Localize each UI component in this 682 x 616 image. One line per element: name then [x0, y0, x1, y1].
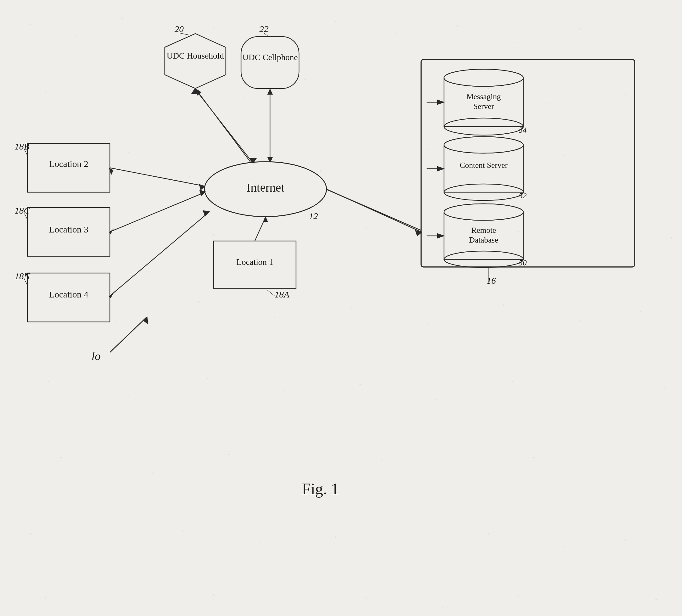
- svg-text:Location 1: Location 1: [236, 257, 273, 267]
- svg-point-45: [427, 323, 428, 324]
- svg-text:22: 22: [259, 24, 269, 34]
- svg-point-49: [48, 381, 49, 382]
- svg-point-75: [45, 597, 46, 599]
- svg-point-30: [656, 173, 657, 175]
- svg-point-66: [30, 533, 31, 534]
- svg-rect-102: [241, 37, 299, 89]
- svg-point-69: [259, 543, 260, 544]
- svg-text:Location 2: Location 2: [49, 159, 88, 169]
- svg-point-59: [152, 473, 153, 474]
- svg-point-61: [305, 466, 306, 467]
- svg-point-82: [595, 605, 596, 606]
- svg-point-24: [188, 176, 190, 178]
- svg-text:Location 3: Location 3: [49, 224, 88, 234]
- svg-point-23: [128, 152, 129, 153]
- svg-point-68: [182, 530, 184, 531]
- svg-point-26: [320, 170, 321, 172]
- svg-point-56: [589, 393, 590, 394]
- svg-point-14: [107, 107, 108, 107]
- svg-point-73: [564, 546, 565, 547]
- svg-point-13: [45, 91, 46, 92]
- svg-point-29: [564, 155, 565, 156]
- svg-point-32: [137, 244, 138, 245]
- svg-point-72: [487, 533, 489, 534]
- svg-point-80: [442, 607, 443, 608]
- svg-text:18C: 18C: [15, 205, 30, 215]
- svg-point-5: [213, 27, 214, 28]
- svg-point-33: [213, 234, 214, 235]
- svg-point-63: [457, 476, 458, 477]
- svg-point-9: [457, 25, 458, 26]
- svg-point-47: [579, 320, 581, 321]
- svg-point-70: [335, 537, 336, 538]
- svg-text:lo: lo: [92, 350, 101, 362]
- svg-text:18A: 18A: [275, 289, 290, 299]
- svg-text:Messaging: Messaging: [467, 92, 501, 101]
- svg-point-78: [290, 604, 291, 605]
- svg-point-43: [274, 317, 275, 318]
- svg-point-12: [640, 38, 641, 39]
- svg-point-15: [182, 85, 184, 86]
- svg-point-50: [128, 396, 129, 397]
- svg-point-7: [335, 21, 336, 22]
- svg-point-79: [366, 597, 367, 599]
- svg-point-65: [610, 470, 611, 471]
- svg-point-44: [350, 307, 351, 309]
- svg-text:Location 4: Location 4: [49, 289, 88, 299]
- svg-text:Server: Server: [473, 102, 494, 111]
- svg-point-54: [436, 400, 437, 400]
- svg-text:Fig. 1: Fig. 1: [302, 480, 339, 498]
- svg-text:20: 20: [175, 24, 184, 34]
- svg-point-41: [116, 320, 117, 321]
- svg-point-16: [244, 97, 245, 98]
- svg-point-36: [442, 241, 443, 242]
- svg-point-19: [487, 88, 489, 89]
- svg-point-74: [625, 540, 626, 541]
- svg-point-10: [519, 42, 519, 43]
- svg-point-81: [518, 596, 519, 597]
- svg-point-46: [503, 304, 504, 306]
- svg-point-1: [30, 24, 31, 25]
- svg-text:Database: Database: [469, 235, 498, 244]
- svg-point-18: [366, 113, 367, 114]
- svg-point-20: [549, 104, 550, 104]
- svg-point-77: [213, 594, 214, 596]
- svg-point-57: [665, 387, 666, 388]
- svg-point-58: [61, 457, 62, 458]
- svg-point-53: [360, 384, 361, 385]
- svg-text:18B: 18B: [15, 141, 29, 151]
- svg-point-11: [579, 28, 581, 29]
- svg-point-8: [396, 33, 397, 34]
- svg-text:UDC Household: UDC Household: [166, 51, 224, 61]
- svg-text:Remote: Remote: [472, 226, 496, 235]
- svg-point-27: [427, 149, 428, 150]
- svg-point-21: [625, 94, 626, 95]
- diagram-container: Internet UDC Household UDC Cellphone Loc…: [0, 0, 682, 616]
- svg-text:UDC Cellphone: UDC Cellphone: [242, 52, 297, 62]
- svg-text:18N: 18N: [15, 271, 30, 281]
- svg-point-48: [640, 311, 641, 312]
- svg-point-17: [304, 79, 306, 80]
- svg-point-64: [533, 457, 535, 458]
- svg-point-37: [518, 231, 519, 232]
- svg-point-51: [207, 378, 208, 379]
- svg-point-76: [122, 607, 123, 608]
- svg-point-52: [283, 390, 285, 391]
- svg-point-71: [412, 552, 413, 553]
- svg-point-42: [198, 301, 199, 303]
- svg-text:12: 12: [309, 211, 318, 221]
- svg-point-62: [381, 460, 382, 461]
- svg-point-60: [228, 454, 229, 455]
- internet-label: Internet: [247, 181, 285, 195]
- svg-point-35: [366, 228, 367, 229]
- svg-point-39: [671, 237, 672, 238]
- svg-text:Content Server: Content Server: [460, 161, 508, 169]
- svg-point-2: [76, 36, 77, 37]
- svg-point-55: [512, 381, 513, 382]
- svg-point-38: [595, 244, 596, 245]
- svg-point-3: [121, 18, 123, 19]
- svg-point-67: [107, 549, 108, 550]
- svg-point-83: [656, 599, 657, 600]
